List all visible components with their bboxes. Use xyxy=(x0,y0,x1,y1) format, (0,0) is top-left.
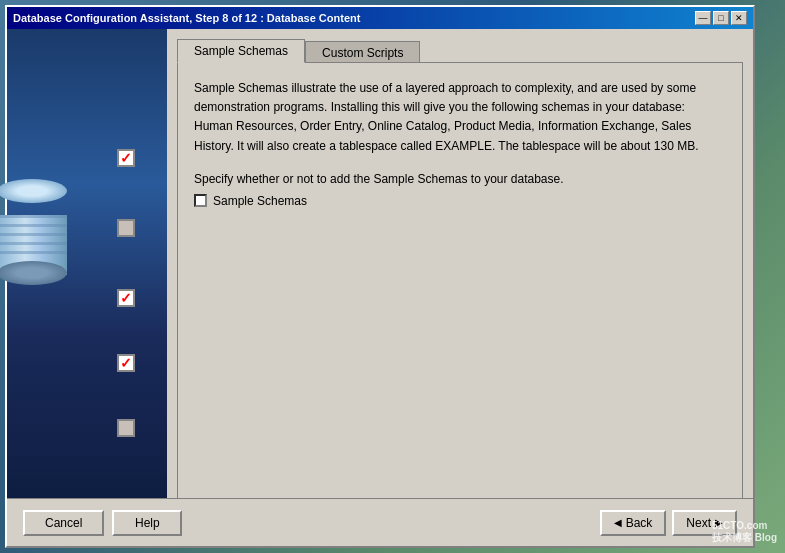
main-window: Database Configuration Assistant, Step 8… xyxy=(5,5,755,548)
database-icon xyxy=(0,179,67,259)
title-bar: Database Configuration Assistant, Step 8… xyxy=(7,7,753,29)
window-content: Sample Schemas Custom Scripts Sample Sch… xyxy=(7,29,753,546)
decorative-checkbox-1 xyxy=(117,149,135,167)
close-button[interactable]: ✕ xyxy=(731,11,747,25)
bottom-bar: Cancel Help ◀ Back Next ▶ xyxy=(7,498,753,546)
content-area: Sample Schemas illustrate the use of a l… xyxy=(177,62,743,536)
sample-schemas-label[interactable]: Sample Schemas xyxy=(213,194,307,208)
decorative-checkbox-2 xyxy=(117,219,135,237)
description-text: Sample Schemas illustrate the use of a l… xyxy=(194,79,726,156)
sample-schemas-option: Sample Schemas xyxy=(194,194,726,208)
specify-text: Specify whether or not to add the Sample… xyxy=(194,172,726,186)
tab-custom-scripts[interactable]: Custom Scripts xyxy=(305,41,420,64)
minimize-button[interactable]: — xyxy=(695,11,711,25)
decorative-checkbox-4 xyxy=(117,354,135,372)
cancel-button[interactable]: Cancel xyxy=(23,510,104,536)
left-panel xyxy=(7,29,167,546)
back-arrow-icon: ◀ xyxy=(614,517,622,528)
tab-sample-schemas[interactable]: Sample Schemas xyxy=(177,39,305,63)
right-panel: Sample Schemas Custom Scripts Sample Sch… xyxy=(167,29,753,546)
decorative-checkbox-3 xyxy=(117,289,135,307)
back-button[interactable]: ◀ Back xyxy=(600,510,667,536)
decorative-checkbox-5 xyxy=(117,419,135,437)
maximize-button[interactable]: □ xyxy=(713,11,729,25)
title-bar-buttons: — □ ✕ xyxy=(695,11,747,25)
sample-schemas-checkbox[interactable] xyxy=(194,194,207,207)
window-title: Database Configuration Assistant, Step 8… xyxy=(13,12,360,24)
help-button[interactable]: Help xyxy=(112,510,182,536)
tab-bar: Sample Schemas Custom Scripts xyxy=(177,39,743,62)
watermark: 51CTO.com技术博客 Blog xyxy=(712,520,777,545)
